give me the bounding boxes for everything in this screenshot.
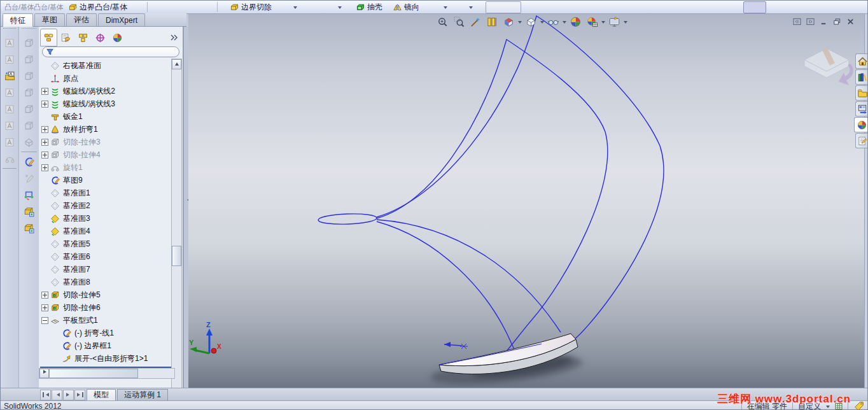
first-tab-button[interactable] [40, 390, 51, 400]
view-cube-icon[interactable] [22, 85, 36, 100]
expand-toggle[interactable] [41, 304, 48, 311]
note-edit-icon[interactable] [3, 52, 17, 67]
dropdown-caret[interactable] [293, 1, 297, 13]
view-cube-icon[interactable] [22, 35, 36, 50]
dropdown-caret[interactable] [540, 21, 544, 25]
collapse-toggle[interactable] [41, 317, 48, 324]
boundary-boss-button[interactable]: 边界凸台/基体 [68, 1, 127, 13]
hide-show-items-button[interactable] [546, 15, 561, 29]
expand-toggle[interactable] [41, 88, 48, 95]
view-palette-tab[interactable] [855, 101, 868, 117]
view-cube-icon[interactable] [22, 68, 36, 83]
clipped-button-label[interactable]: 凸台/基体 [4, 1, 34, 13]
tree-horizontal-scrollbar[interactable] [39, 368, 175, 379]
extrude-box-icon[interactable] [22, 204, 36, 219]
tree-item[interactable]: 切除-拉伸3 [40, 136, 174, 148]
stamp-icon[interactable] [3, 118, 17, 133]
tab-features[interactable]: 特征 [3, 13, 33, 27]
yellow-tag-icon[interactable] [853, 400, 865, 410]
expand-toggle[interactable] [41, 101, 48, 108]
scrollbar-thumb[interactable] [172, 246, 181, 266]
custom-properties-tab[interactable] [855, 133, 868, 148]
tree-item[interactable]: 螺旋线/涡状线2 [40, 85, 174, 97]
displaymanager-tab[interactable] [109, 29, 126, 46]
dropdown-caret[interactable] [518, 21, 522, 25]
resources-tab[interactable] [855, 53, 868, 69]
pane-left-button[interactable] [792, 17, 802, 26]
dropdown-caret[interactable] [469, 1, 473, 13]
shell-button[interactable]: 抽壳 [356, 1, 382, 13]
apply-scene-button[interactable] [585, 15, 599, 29]
view-cube-icon[interactable] [22, 118, 36, 133]
motion-study-tab[interactable]: 运动算例 1 [117, 389, 168, 401]
dropdown-caret[interactable] [624, 21, 627, 25]
view-orientation-button[interactable] [501, 15, 516, 29]
tree-item[interactable]: 右视基准面 [40, 59, 174, 72]
dropdown-caret[interactable] [444, 1, 447, 13]
tree-item[interactable]: 基准面3 [40, 212, 174, 225]
edit-appearance-button[interactable] [568, 15, 583, 29]
expand-toggle[interactable] [41, 152, 48, 159]
toolbar-blank-button[interactable] [486, 1, 521, 13]
configurationmanager-tab[interactable] [74, 29, 92, 46]
dimxpertmanager-tab[interactable] [92, 29, 109, 46]
tab-evaluate[interactable]: 评估 [66, 13, 97, 26]
tab-sketch[interactable]: 草图 [34, 13, 65, 26]
pane-right-button[interactable] [805, 17, 816, 26]
view-cube-icon[interactable] [22, 101, 36, 117]
tree-item[interactable]: (-) 边界框1 [40, 339, 174, 352]
tree-item[interactable]: 基准面8 [40, 276, 174, 288]
last-tab-button[interactable] [74, 390, 85, 400]
tree-item[interactable]: 切除-拉伸6 [40, 301, 174, 314]
tree-item[interactable]: 基准面2 [40, 199, 174, 212]
tree-item[interactable]: (-) 折弯-线1 [40, 327, 174, 339]
area-note-icon[interactable] [3, 134, 17, 150]
view-settings-button[interactable] [607, 15, 622, 29]
balloon-icon[interactable] [3, 101, 17, 117]
minimize-button[interactable] [818, 17, 829, 26]
weld-symbol-icon[interactable] [3, 151, 17, 166]
isometric-view-icon[interactable] [22, 134, 36, 150]
view-cube-icon[interactable] [22, 52, 36, 67]
magic-wand-button[interactable] [468, 15, 483, 29]
zoom-to-area-button[interactable] [452, 15, 466, 29]
restore-button[interactable] [832, 17, 843, 26]
dropdown-caret[interactable] [563, 21, 566, 25]
add-annotation-icon[interactable] [3, 85, 17, 100]
tree-item[interactable]: 展开-<自由形折弯1>1 [40, 352, 174, 365]
helix-curve[interactable] [318, 16, 664, 355]
tree-item[interactable]: 旋转1 [40, 161, 174, 174]
boundary-cut-button[interactable]: 边界切除 [230, 1, 272, 13]
featuremanager-tree-tab[interactable] [40, 29, 57, 46]
graphics-viewport[interactable]: Z Y X [188, 14, 864, 388]
tree-item[interactable]: 螺旋线/涡状线3 [40, 97, 174, 110]
tree-vertical-scrollbar[interactable] [171, 59, 182, 404]
display-style-button[interactable] [524, 15, 538, 29]
expand-toggle[interactable] [41, 126, 48, 133]
scroll-right-button[interactable] [39, 369, 49, 378]
propertymanager-tab[interactable] [57, 29, 74, 46]
dropdown-caret[interactable] [601, 21, 605, 25]
table-icon[interactable] [835, 402, 843, 410]
expand-toggle[interactable] [41, 139, 48, 146]
section-view-button[interactable] [485, 15, 500, 29]
prev-tab-button[interactable] [52, 390, 62, 400]
tree-item[interactable]: 基准面7 [40, 263, 174, 276]
design-library-tab[interactable] [855, 69, 868, 85]
convert-entities-icon[interactable] [22, 187, 36, 202]
dropdown-caret[interactable] [826, 406, 830, 410]
tree-item[interactable]: 切除-拉伸5 [40, 288, 174, 301]
tree-item[interactable]: 草图9 [40, 174, 174, 187]
close-button[interactable] [845, 17, 856, 26]
custom-config-dropdown[interactable]: 自定义 [798, 401, 821, 410]
tree-item[interactable]: 平板型式1 [40, 314, 174, 327]
note-icon[interactable] [3, 35, 17, 50]
tree-item[interactable]: 原点 [40, 72, 174, 85]
expand-toggle[interactable] [41, 164, 48, 171]
tree-item[interactable]: 切除-拉伸4 [40, 148, 174, 161]
chevron-double-icon[interactable] [170, 32, 178, 43]
dropdown-caret[interactable] [338, 1, 342, 13]
open-annotation-icon[interactable] [3, 68, 17, 83]
extrude-box-icon[interactable] [22, 220, 36, 236]
tree-item[interactable]: 基准面1 [40, 187, 174, 199]
